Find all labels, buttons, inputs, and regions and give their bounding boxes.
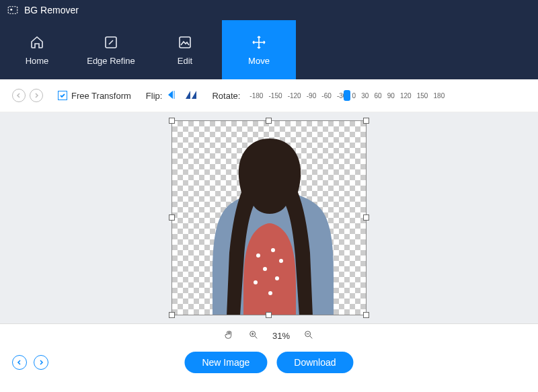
svg-point-9 [254, 280, 258, 284]
transform-bounding-box[interactable] [171, 120, 367, 315]
edge-refine-icon [103, 34, 119, 50]
tick: 120 [400, 92, 412, 100]
tick: 60 [374, 92, 381, 100]
resize-handle-b[interactable] [266, 312, 272, 318]
zoom-bar: 31% [0, 323, 538, 348]
resize-handle-t[interactable] [266, 118, 272, 124]
check-icon [59, 92, 66, 99]
rotate-slider[interactable]: -180 -150 -120 -90 -60 -30 0 30 60 90 12… [249, 92, 445, 100]
tab-home[interactable]: Home [0, 20, 74, 79]
flip-vertical-button[interactable] [185, 89, 197, 102]
svg-point-6 [279, 259, 283, 263]
resize-handle-l[interactable] [169, 214, 175, 221]
zoom-in-button[interactable] [248, 329, 259, 342]
svg-rect-0 [8, 7, 17, 14]
zoom-out-button[interactable] [303, 329, 314, 342]
move-toolbar: Free Transform Flip: Rotate: -180 -150 -… [0, 79, 538, 112]
free-transform-checkbox[interactable]: Free Transform [58, 91, 131, 101]
tick: -120 [288, 92, 301, 100]
edit-icon [177, 34, 193, 50]
tab-edge-refine[interactable]: Edge Refine [74, 20, 148, 79]
zoom-percent: 31% [272, 331, 290, 341]
pan-hand-button[interactable] [224, 329, 235, 342]
tab-home-label: Home [26, 56, 49, 66]
tick: 180 [434, 92, 445, 100]
svg-point-4 [256, 253, 260, 258]
flip-horizontal-button[interactable] [167, 89, 180, 102]
titlebar: BG Remover [0, 0, 538, 20]
tabs: Home Edge Refine Edit Move [0, 20, 538, 79]
tick: 30 [361, 92, 369, 100]
tick: 150 [417, 92, 428, 100]
tab-edit[interactable]: Edit [148, 20, 222, 79]
chevron-right-icon [38, 359, 44, 366]
new-image-button[interactable]: New Image [184, 352, 267, 373]
tick: 0 [352, 92, 356, 100]
tick: -60 [321, 92, 331, 100]
zoom-in-icon [248, 329, 259, 340]
svg-point-7 [263, 267, 267, 271]
tick: -180 [249, 92, 263, 100]
download-button[interactable]: Download [276, 352, 353, 373]
hand-icon [224, 329, 235, 340]
rotate-label: Rotate: [212, 91, 240, 101]
next-step-button[interactable] [34, 355, 48, 370]
svg-point-10 [268, 291, 272, 295]
tab-move-label: Move [248, 56, 270, 66]
tick: -90 [307, 92, 316, 100]
redo-button[interactable] [30, 89, 43, 102]
svg-point-1 [10, 9, 12, 11]
flip-horizontal-icon [167, 89, 180, 100]
subject-image[interactable] [172, 121, 366, 315]
home-icon [29, 34, 45, 50]
free-transform-label: Free Transform [71, 91, 131, 101]
resize-handle-tl[interactable] [169, 118, 175, 124]
redo-icon [33, 92, 40, 99]
canvas-area[interactable] [0, 112, 538, 323]
app-title: BG Remover [24, 5, 79, 15]
undo-icon [15, 92, 22, 99]
undo-button[interactable] [12, 89, 26, 102]
zoom-out-icon [303, 329, 314, 340]
tab-edge-refine-label: Edge Refine [87, 56, 135, 66]
rotate-slider-handle[interactable] [344, 90, 350, 101]
resize-handle-bl[interactable] [169, 312, 175, 318]
flip-vertical-icon [185, 89, 197, 100]
tab-move[interactable]: Move [222, 20, 296, 79]
resize-handle-br[interactable] [363, 312, 369, 318]
tick: 90 [387, 92, 395, 100]
move-icon [251, 34, 267, 50]
footer: New Image Download [0, 348, 538, 377]
svg-point-5 [271, 248, 275, 252]
tick: -150 [268, 92, 282, 100]
tab-edit-label: Edit [178, 56, 192, 66]
chevron-left-icon [16, 359, 23, 366]
resize-handle-tr[interactable] [363, 118, 369, 124]
svg-point-8 [275, 276, 279, 280]
app-logo-icon [7, 4, 19, 16]
prev-step-button[interactable] [12, 355, 27, 370]
flip-label: Flip: [146, 91, 163, 101]
resize-handle-r[interactable] [363, 214, 369, 221]
